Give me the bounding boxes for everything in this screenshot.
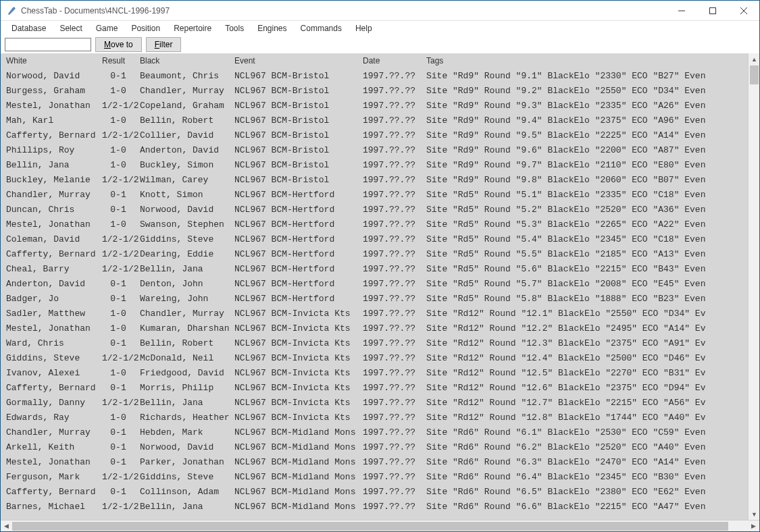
cell-event: NCL967 BCM-Invicta Kts — [234, 413, 363, 423]
vertical-scrollbar[interactable]: ▲ ▼ — [748, 53, 759, 520]
table-row[interactable]: Barnes, Michael1/2-1/2Bellin, JanaNCL967… — [1, 499, 748, 514]
table-row[interactable]: Cafferty, Bernard0-1Collinson, AdamNCL96… — [1, 484, 748, 499]
scroll-right-icon[interactable]: ▶ — [748, 521, 759, 532]
table-row[interactable]: Cheal, Barry1/2-1/2Bellin, JanaNCL967 BC… — [1, 261, 748, 276]
cell-black: Chandler, Murray — [140, 86, 234, 96]
table-row[interactable]: Anderton, David0-1Denton, JohnNCL967 BCM… — [1, 276, 748, 291]
table-row[interactable]: Edwards, Ray1-0Richards, HeatherNCL967 B… — [1, 410, 748, 425]
cell-white: Mestel, Jonathan — [6, 457, 102, 467]
cell-event: NCL967 BCM-Midland Mons — [234, 487, 363, 497]
table-row[interactable]: Giddins, Steve1/2-1/2McDonald, NeilNCL96… — [1, 350, 748, 365]
hscroll-track[interactable] — [12, 521, 748, 531]
hscroll-thumb[interactable] — [12, 522, 728, 531]
cell-result: 0-1 — [102, 71, 140, 81]
table-row[interactable]: Chandler, Murray0-1Hebden, MarkNCL967 BC… — [1, 425, 748, 440]
table-row[interactable]: Burgess, Graham1-0Chandler, MurrayNCL967… — [1, 83, 748, 98]
cell-event: NCL967 BCM-Midland Mons — [234, 472, 363, 482]
scroll-up-icon[interactable]: ▲ — [749, 53, 759, 65]
col-header-black[interactable]: Black — [140, 56, 234, 65]
table-row[interactable]: Sadler, Matthew1-0Chandler, MurrayNCL967… — [1, 306, 748, 321]
table-row[interactable]: Bellin, Jana1-0Buckley, SimonNCL967 BCM-… — [1, 157, 748, 172]
table-row[interactable]: Buckley, Melanie1/2-1/2Wilman, CareyNCL9… — [1, 172, 748, 187]
table-row[interactable]: Mah, Karl1-0Bellin, RobertNCL967 BCM-Bri… — [1, 113, 748, 128]
scroll-left-icon[interactable]: ◀ — [1, 521, 12, 532]
menu-help[interactable]: Help — [350, 22, 378, 34]
cell-white: Chandler, Murray — [6, 427, 102, 437]
table-row[interactable]: Gormally, Danny1/2-1/2Bellin, JanaNCL967… — [1, 395, 748, 410]
cell-event: NCL967 BCM-Bristol — [234, 115, 363, 126]
filter-input[interactable] — [5, 38, 91, 51]
cell-date: 1997.??.?? — [363, 101, 426, 111]
cell-date: 1997.??.?? — [363, 398, 426, 408]
table-row[interactable]: Mestel, Jonathan1-0Swanson, StephenNCL96… — [1, 217, 748, 232]
table-row[interactable]: Coleman, David1/2-1/2Giddins, SteveNCL96… — [1, 232, 748, 246]
minimize-button[interactable] — [666, 1, 697, 21]
cell-event: NCL967 BCM-Bristol — [234, 101, 363, 111]
cell-result: 1/2-1/2 — [102, 502, 140, 512]
table-row[interactable]: Duncan, Chris0-1Norwood, DavidNCL967 BCM… — [1, 202, 748, 217]
cell-white: Coleman, David — [6, 234, 102, 244]
cell-black: Bellin, Jana — [140, 398, 234, 408]
table-row[interactable]: Cafferty, Bernard0-1Morris, PhilipNCL967… — [1, 380, 748, 395]
cell-white: Ward, Chris — [6, 338, 102, 348]
cell-result: 0-1 — [102, 279, 140, 289]
cell-tags: Site "Rd12" Round "12.5" BlackElo "2270"… — [426, 368, 748, 378]
table-row[interactable]: Norwood, David0-1Beaumont, ChrisNCL967 B… — [1, 68, 748, 83]
table-row[interactable]: Phillips, Roy1-0Anderton, DavidNCL967 BC… — [1, 142, 748, 157]
menu-position[interactable]: Position — [126, 22, 166, 34]
cell-result: 1-0 — [102, 86, 140, 96]
menu-commands[interactable]: Commands — [295, 22, 347, 34]
cell-tags: Site "Rd5" Round "5.3" BlackElo "2265" E… — [426, 219, 748, 230]
col-header-date[interactable]: Date — [363, 56, 426, 65]
cell-result: 1/2-1/2 — [102, 472, 140, 482]
cell-tags: Site "Rd6" Round "6.1" BlackElo "2530" E… — [426, 427, 748, 437]
table-row[interactable]: Cafferty, Bernard1/2-1/2Dearing, EddieNC… — [1, 246, 748, 261]
cell-black: Morris, Philip — [140, 383, 234, 393]
col-header-tags[interactable]: Tags — [426, 56, 748, 65]
cell-black: Giddins, Steve — [140, 472, 234, 482]
col-header-event[interactable]: Event — [234, 56, 363, 65]
cell-result: 1-0 — [102, 160, 140, 170]
cell-black: Knott, Simon — [140, 190, 234, 200]
cell-result: 1-0 — [102, 323, 140, 334]
menu-tools[interactable]: Tools — [220, 22, 249, 34]
maximize-button[interactable] — [697, 1, 728, 21]
table-row[interactable]: Mestel, Jonathan1-0Kumaran, DharshanNCL9… — [1, 321, 748, 336]
cell-result: 1/2-1/2 — [102, 101, 140, 111]
table-row[interactable]: Arkell, Keith0-1Norwood, DavidNCL967 BCM… — [1, 440, 748, 454]
toolbar: Move to Filter — [1, 36, 759, 53]
col-header-white[interactable]: White — [6, 56, 102, 65]
cell-tags: Site "Rd9" Round "9.8" BlackElo "2060" E… — [426, 175, 748, 185]
filter-button[interactable]: Filter — [146, 37, 182, 52]
col-header-result[interactable]: Result — [102, 56, 140, 65]
cell-tags: Site "Rd12" Round "12.2" BlackElo "2495"… — [426, 323, 748, 334]
grid-scroll: White Result Black Event Date Tags Norwo… — [1, 53, 748, 520]
menu-game[interactable]: Game — [91, 22, 124, 34]
table-row[interactable]: Badger, Jo0-1Wareing, JohnNCL967 BCM-Her… — [1, 291, 748, 306]
cell-tags: Site "Rd12" Round "12.8" BlackElo "1744"… — [426, 413, 748, 423]
table-row[interactable]: Chandler, Murray0-1Knott, SimonNCL967 BC… — [1, 187, 748, 202]
titlebar: ChessTab - Documents\4NCL-1996-1997 — [1, 1, 759, 21]
cell-white: Anderton, David — [6, 279, 102, 289]
move-to-button[interactable]: Move to — [95, 37, 142, 52]
cell-date: 1997.??.?? — [363, 86, 426, 96]
table-row[interactable]: Ward, Chris0-1Bellin, RobertNCL967 BCM-I… — [1, 336, 748, 350]
menu-select[interactable]: Select — [54, 22, 87, 34]
table-row[interactable]: Mestel, Jonathan0-1Parker, JonathanNCL96… — [1, 454, 748, 469]
menu-engines[interactable]: Engines — [252, 22, 292, 34]
close-button[interactable] — [728, 1, 759, 21]
cell-tags: Site "Rd9" Round "9.4" BlackElo "2375" E… — [426, 115, 748, 126]
scroll-down-icon[interactable]: ▼ — [749, 508, 759, 520]
cell-tags: Site "Rd6" Round "6.2" BlackElo "2520" E… — [426, 442, 748, 452]
table-row[interactable]: Mestel, Jonathan1/2-1/2Copeland, GrahamN… — [1, 98, 748, 113]
menu-repertoire[interactable]: Repertoire — [168, 22, 217, 34]
menu-database[interactable]: Database — [6, 22, 51, 34]
cell-black: Bellin, Robert — [140, 338, 234, 348]
table-row[interactable]: Ferguson, Mark1/2-1/2Giddins, SteveNCL96… — [1, 469, 748, 484]
horizontal-scrollbar[interactable]: ◀ ▶ — [1, 520, 759, 531]
vscroll-thumb[interactable] — [750, 65, 759, 84]
cell-white: Mah, Karl — [6, 115, 102, 126]
table-row[interactable]: Cafferty, Bernard1/2-1/2Collier, DavidNC… — [1, 128, 748, 142]
table-row[interactable]: Ivanov, Alexei1-0Friedgood, DavidNCL967 … — [1, 365, 748, 380]
cell-tags: Site "Rd9" Round "9.7" BlackElo "2110" E… — [426, 160, 748, 170]
